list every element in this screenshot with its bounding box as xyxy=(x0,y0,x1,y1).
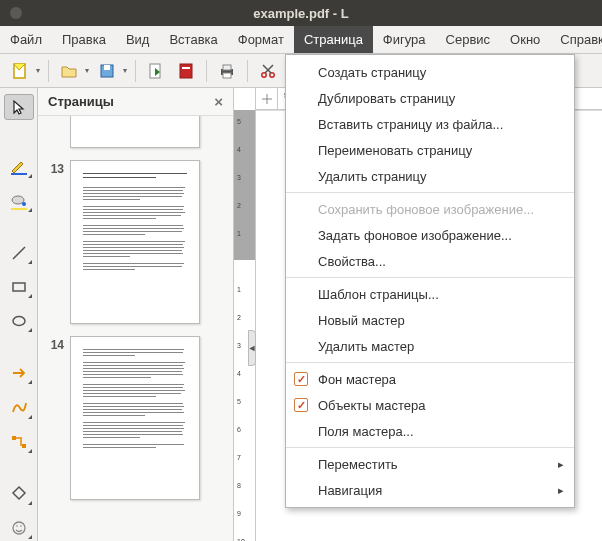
menu-item: Сохранить фоновое изображение... xyxy=(286,196,574,222)
page-thumbnail[interactable] xyxy=(70,116,200,148)
svg-point-22 xyxy=(20,525,22,527)
ruler-v-label: 5 xyxy=(237,398,241,405)
menu-view[interactable]: Вид xyxy=(116,26,160,53)
menu-item[interactable]: Поля мастера... xyxy=(286,418,574,444)
save-button[interactable] xyxy=(93,58,121,84)
rectangle-icon xyxy=(10,278,28,296)
pages-panel-body[interactable]: 13 14 xyxy=(38,116,233,541)
arrow-tool[interactable] xyxy=(4,360,34,386)
menu-edit[interactable]: Правка xyxy=(52,26,116,53)
svg-rect-8 xyxy=(223,73,231,78)
menu-file[interactable]: Файл xyxy=(0,26,52,53)
checkbox-icon: ✓ xyxy=(294,398,308,412)
menu-tools[interactable]: Сервис xyxy=(436,26,501,53)
pencil-icon xyxy=(9,157,29,175)
menu-help[interactable]: Справка xyxy=(550,26,602,53)
svg-point-20 xyxy=(13,522,25,534)
menubar: Файл Правка Вид Вставка Формат Страница … xyxy=(0,26,602,54)
svg-point-17 xyxy=(13,317,25,326)
menu-insert[interactable]: Вставка xyxy=(159,26,227,53)
page-thumb-row xyxy=(42,124,229,148)
open-dropdown[interactable]: ▾ xyxy=(83,66,91,75)
menu-item-label: Вставить страницу из файла... xyxy=(318,117,503,132)
menu-item[interactable]: Переименовать страницу xyxy=(286,137,574,163)
menu-item[interactable]: Удалить страницу xyxy=(286,163,574,189)
menu-item-label: Дублировать страницу xyxy=(318,91,455,106)
menu-format[interactable]: Формат xyxy=(228,26,294,53)
menu-item[interactable]: Вставить страницу из файла... xyxy=(286,111,574,137)
diamond-icon xyxy=(10,484,28,502)
line-tool[interactable] xyxy=(4,239,34,265)
menu-item[interactable]: Удалить мастер xyxy=(286,333,574,359)
symbol-tool[interactable] xyxy=(4,515,34,541)
menu-item-label: Навигация xyxy=(318,483,382,498)
menu-item-label: Шаблон страницы... xyxy=(318,287,439,302)
print-button[interactable] xyxy=(213,58,241,84)
ellipse-tool[interactable] xyxy=(4,308,34,334)
page-thumbnail[interactable] xyxy=(70,160,200,324)
menu-item-label: Создать страницу xyxy=(318,65,426,80)
folder-open-icon xyxy=(60,62,78,80)
menu-item-label: Задать фоновое изображение... xyxy=(318,228,512,243)
select-tool[interactable] xyxy=(4,94,34,120)
menu-separator xyxy=(286,277,574,278)
fill-color-tool[interactable] xyxy=(4,188,34,214)
basic-shapes-tool[interactable] xyxy=(4,480,34,506)
ruler-v-label: 3 xyxy=(237,342,241,349)
pages-panel: Страницы × 13 xyxy=(38,88,234,541)
ruler-origin[interactable] xyxy=(256,88,278,110)
menu-item[interactable]: Свойства... xyxy=(286,248,574,274)
page-thumbnail[interactable] xyxy=(70,336,200,500)
menu-item[interactable]: ✓Объекты мастера xyxy=(286,392,574,418)
printer-icon xyxy=(218,62,236,80)
curve-tool[interactable] xyxy=(4,394,34,420)
cursor-icon xyxy=(10,98,28,116)
menu-item-label: Сохранить фоновое изображение... xyxy=(318,202,534,217)
pages-panel-close[interactable]: × xyxy=(214,93,223,110)
menu-item-label: Новый мастер xyxy=(318,313,405,328)
menu-item[interactable]: Переместить▸ xyxy=(286,451,574,477)
open-button[interactable] xyxy=(55,58,83,84)
rect-tool[interactable] xyxy=(4,274,34,300)
menu-item[interactable]: Создать страницу xyxy=(286,59,574,85)
save-dropdown[interactable]: ▾ xyxy=(121,66,129,75)
submenu-arrow-icon: ▸ xyxy=(558,458,564,471)
ruler-v-label: 8 xyxy=(237,482,241,489)
page-thumb-row: 14 xyxy=(42,336,229,500)
menu-item[interactable]: Дублировать страницу xyxy=(286,85,574,111)
menu-page[interactable]: Страница xyxy=(294,26,373,53)
ruler-margin-shade xyxy=(234,110,255,260)
new-document-dropdown[interactable]: ▾ xyxy=(34,66,42,75)
ruler-v-label: 4 xyxy=(237,146,241,153)
menu-item[interactable]: ✓Фон мастера xyxy=(286,366,574,392)
svg-rect-16 xyxy=(13,283,25,291)
connector-tool[interactable] xyxy=(4,429,34,455)
svg-line-15 xyxy=(13,247,25,259)
page-number: 14 xyxy=(42,336,70,500)
save-icon xyxy=(98,62,116,80)
line-icon xyxy=(10,244,28,262)
ruler-v-label: 1 xyxy=(237,230,241,237)
ruler-v-label: 3 xyxy=(237,174,241,181)
svg-rect-14 xyxy=(11,208,27,210)
export-direct-button[interactable] xyxy=(172,58,200,84)
menu-window[interactable]: Окно xyxy=(500,26,550,53)
line-color-tool[interactable] xyxy=(4,153,34,179)
menu-item[interactable]: Шаблон страницы... xyxy=(286,281,574,307)
page-number: 13 xyxy=(42,160,70,324)
menu-shape[interactable]: Фигура xyxy=(373,26,436,53)
cut-button[interactable] xyxy=(254,58,282,84)
menu-item[interactable]: Навигация▸ xyxy=(286,477,574,503)
new-document-button[interactable] xyxy=(6,58,34,84)
svg-point-21 xyxy=(16,525,18,527)
export-pdf-button[interactable] xyxy=(142,58,170,84)
toolbar-separator xyxy=(206,60,207,82)
menu-item-label: Свойства... xyxy=(318,254,386,269)
svg-rect-19 xyxy=(22,444,26,448)
ruler-v-label: 9 xyxy=(237,510,241,517)
menu-item[interactable]: Новый мастер xyxy=(286,307,574,333)
menu-item[interactable]: Задать фоновое изображение... xyxy=(286,222,574,248)
panel-collapse-handle[interactable]: ◄ xyxy=(248,330,256,366)
pdf-icon xyxy=(177,62,195,80)
window-close-button[interactable] xyxy=(10,7,22,19)
